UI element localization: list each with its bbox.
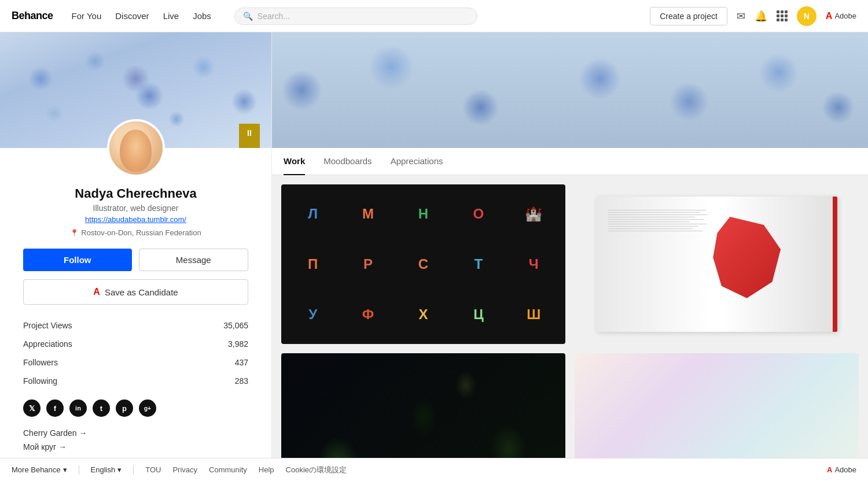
stat-value-0: 35,065: [223, 321, 248, 330]
navbar-right: Create a project ✉ 🔔 N A Adobe: [650, 6, 856, 26]
tab-appreciations[interactable]: Appreciations: [391, 148, 443, 175]
avatar-image: [109, 121, 163, 175]
book-spine: [833, 197, 837, 332]
footer-privacy[interactable]: Privacy: [172, 465, 197, 474]
message-button[interactable]: Message: [139, 249, 249, 271]
stat-appreciations: Appreciations 3,982: [23, 335, 248, 353]
create-project-button[interactable]: Create a project: [650, 7, 727, 25]
adobe-logo[interactable]: A Adobe: [826, 11, 856, 21]
more-behance-chevron: ▾: [63, 465, 67, 474]
footer-right: A Adobe: [827, 465, 856, 474]
facebook-icon[interactable]: f: [46, 399, 64, 417]
book-red-figure: [705, 217, 789, 298]
language-selector[interactable]: English ▾: [91, 465, 122, 474]
content-tabs: Work Moodboards Appreciations: [272, 148, 868, 175]
footer-divider-1: [79, 465, 79, 475]
profile-links: Cherry Garden → Мой круг →: [23, 428, 248, 452]
mail-icon[interactable]: ✉: [737, 10, 745, 23]
twitter-icon[interactable]: 𝕏: [23, 399, 41, 417]
stat-label-3: Following: [23, 376, 57, 386]
language-chevron: ▾: [117, 465, 122, 474]
location-pin-icon: 📍: [70, 229, 79, 237]
cyrillic-art: Л М Н О 🏰 П Р С Т Ч У Ф Х Ц Ш: [281, 184, 565, 344]
content-banner: [272, 32, 868, 148]
save-candidate-label: Save as Candidate: [105, 287, 178, 297]
footer-adobe-label: Adobe: [834, 465, 856, 474]
more-behance-label: More Behance: [12, 465, 61, 474]
letter-p: П: [286, 239, 340, 288]
footer-cookie[interactable]: Cookieの環境設定: [286, 465, 347, 475]
letter-sh: Ш: [507, 290, 561, 339]
tumblr-icon[interactable]: t: [93, 399, 110, 417]
profile-panel: II Nadya Cherechneva Illustrator, web de…: [0, 32, 272, 481]
footer: More Behance ▾ English ▾ TOU Privacy Com…: [0, 458, 868, 481]
book-text-lines: [608, 210, 717, 231]
main-content: Work Moodboards Appreciations Л М Н О 🏰 …: [272, 32, 868, 481]
project-thumb-1: Л М Н О 🏰 П Р С Т Ч У Ф Х Ц Ш: [281, 184, 565, 344]
profile-website[interactable]: https://abudabeba.tumblr.com/: [23, 215, 248, 224]
save-candidate-button[interactable]: A Save as Candidate: [23, 279, 248, 305]
profile-name: Nadya Cherechneva: [23, 186, 248, 201]
google-plus-icon[interactable]: g+: [139, 399, 156, 417]
letter-s: С: [396, 239, 450, 288]
content-banner-decoration: [272, 32, 868, 148]
adobe-icon: A: [826, 11, 833, 21]
nav-for-you[interactable]: For You: [72, 11, 102, 21]
project-card-2[interactable]: [575, 184, 859, 344]
letter-m: М: [341, 189, 395, 238]
project-thumb-2: [575, 184, 859, 344]
footer-tou[interactable]: TOU: [145, 465, 161, 474]
nav-jobs[interactable]: Jobs: [193, 11, 211, 21]
stat-value-2: 437: [235, 358, 248, 367]
letter-f: Ф: [341, 290, 395, 339]
projects-grid: Л М Н О 🏰 П Р С Т Ч У Ф Х Ц Ш: [272, 175, 868, 481]
profile-link-cherry-garden[interactable]: Cherry Garden →: [23, 428, 248, 438]
nav-discover[interactable]: Discover: [115, 11, 149, 21]
footer-community[interactable]: Community: [209, 465, 247, 474]
stat-label-1: Appreciations: [23, 339, 72, 349]
letter-t: Т: [451, 239, 505, 288]
stat-value-3: 283: [235, 376, 248, 386]
save-candidate-wrapper: A Save as Candidate: [23, 279, 248, 305]
footer-adobe: A Adobe: [827, 465, 856, 474]
letter-c: Ч: [507, 239, 561, 288]
notifications-icon[interactable]: 🔔: [755, 10, 767, 23]
letter-ts: Ц: [451, 290, 505, 339]
profile-title: Illustrator, web designer: [23, 204, 248, 213]
letter-n: Н: [396, 189, 450, 238]
stat-project-views: Project Views 35,065: [23, 316, 248, 335]
behance-logo[interactable]: Behance: [12, 10, 53, 22]
tab-moodboards[interactable]: Moodboards: [323, 148, 372, 175]
adobe-a-icon: A: [93, 287, 100, 297]
search-input[interactable]: [258, 12, 469, 21]
letter-x: Х: [396, 290, 450, 339]
profile-location: 📍 Rostov-on-Don, Russian Federation: [23, 228, 248, 237]
pinterest-icon[interactable]: p: [116, 399, 133, 417]
user-avatar[interactable]: N: [797, 6, 816, 26]
stat-followers: Followers 437: [23, 353, 248, 372]
profile-avatar: [107, 119, 165, 177]
search-bar[interactable]: 🔍: [234, 8, 477, 25]
footer-adobe-icon: A: [827, 465, 832, 474]
social-icons: 𝕏 f in t p g+: [23, 399, 248, 417]
follow-button[interactable]: Follow: [23, 249, 132, 271]
bookmark-icon[interactable]: II: [239, 124, 260, 148]
apps-grid-icon[interactable]: [777, 10, 788, 21]
footer-left: More Behance ▾: [12, 465, 67, 474]
language-label: English: [91, 465, 116, 474]
footer-help[interactable]: Help: [259, 465, 274, 474]
linkedin-icon[interactable]: in: [69, 399, 87, 417]
page-wrapper: II Nadya Cherechneva Illustrator, web de…: [0, 32, 868, 481]
stat-following: Following 283: [23, 372, 248, 390]
footer-divider-2: [133, 465, 134, 475]
more-behance-dropdown[interactable]: More Behance ▾: [12, 465, 67, 474]
adobe-label: Adobe: [834, 12, 856, 20]
letter-o: О: [451, 189, 505, 238]
stat-value-1: 3,982: [228, 339, 248, 349]
letter-r: Р: [341, 239, 395, 288]
nav-live[interactable]: Live: [163, 11, 179, 21]
stat-label-0: Project Views: [23, 321, 72, 330]
project-card-1[interactable]: Л М Н О 🏰 П Р С Т Ч У Ф Х Ц Ш: [281, 184, 565, 344]
profile-link-moy-krug[interactable]: Мой круг →: [23, 442, 248, 452]
tab-work[interactable]: Work: [284, 148, 305, 175]
